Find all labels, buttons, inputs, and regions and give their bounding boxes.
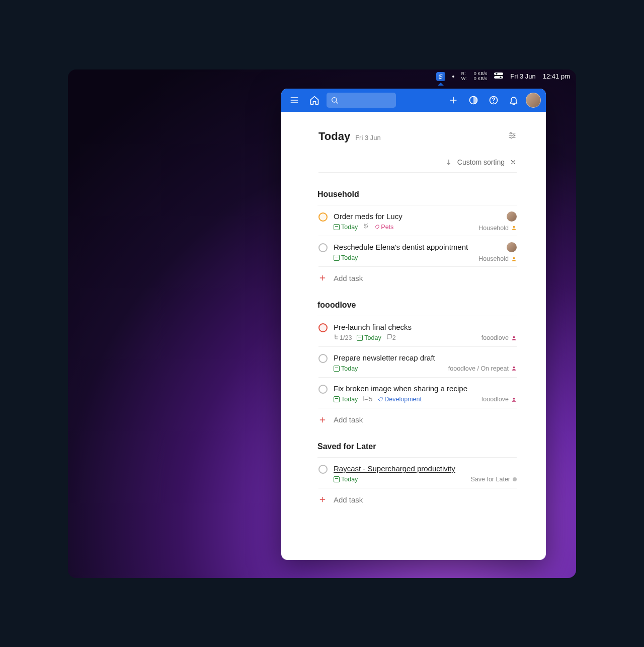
section-title[interactable]: Saved for Later (317, 442, 517, 458)
assignee-avatar[interactable] (507, 242, 517, 252)
network-speed-indicator: 0 KB/s 0 KB/s (474, 71, 488, 81)
menubar-time[interactable]: 12:41 pm (543, 73, 570, 80)
task-checkbox[interactable] (318, 243, 328, 252)
task-item[interactable]: Prepare newsletter recap draft Today foo… (318, 347, 517, 378)
assignee-avatar[interactable] (507, 211, 517, 222)
add-task-button[interactable]: Add task (318, 267, 517, 283)
sort-bar: Custom sorting (318, 158, 517, 173)
task-project[interactable]: fooodlove / On repeat (448, 365, 517, 372)
app-header (281, 89, 546, 112)
add-task-button[interactable]: Add task (318, 488, 517, 505)
desktop-wallpaper: R: W: 0 KB/s 0 KB/s Fri 3 Jun 12:41 pm (68, 69, 576, 578)
today-view: Today Fri 3 Jun Custom sorting Household… (281, 112, 546, 560)
svg-point-3 (500, 77, 502, 78)
task-title[interactable]: Raycast - Supercharged productivity (334, 464, 517, 474)
add-task-button[interactable]: Add task (318, 408, 517, 425)
menu-icon[interactable] (286, 92, 302, 108)
project-color-dot (513, 477, 517, 481)
task-item[interactable]: Reschedule Elena's dentist appointment T… (318, 236, 517, 267)
task-project[interactable]: Household (478, 225, 517, 232)
user-avatar[interactable] (526, 93, 541, 108)
todoist-panel: Today Fri 3 Jun Custom sorting Household… (281, 89, 546, 560)
tag-development[interactable]: Development (377, 396, 422, 403)
task-checkbox[interactable] (318, 212, 328, 222)
comments-count[interactable]: 5 (363, 395, 372, 403)
help-icon[interactable] (486, 92, 502, 108)
sort-label[interactable]: Custom sorting (457, 158, 505, 166)
svg-point-15 (513, 397, 515, 399)
svg-point-9 (511, 137, 512, 138)
macos-menubar: R: W: 0 KB/s 0 KB/s Fri 3 Jun 12:41 pm (430, 69, 576, 84)
search-input[interactable] (327, 93, 396, 108)
productivity-icon[interactable] (465, 92, 481, 108)
todoist-tray-icon[interactable] (436, 72, 445, 81)
add-task-icon[interactable] (445, 92, 461, 108)
tag-pets[interactable]: Pets (374, 224, 393, 231)
status-dot-icon (452, 76, 454, 78)
calendar-icon (334, 255, 340, 261)
view-date: Fri 3 Jun (355, 134, 381, 141)
svg-point-7 (510, 132, 512, 134)
disk-rw-indicator: R: W: (461, 71, 467, 81)
task-checkbox[interactable] (318, 323, 328, 332)
calendar-icon (334, 396, 340, 402)
svg-point-11 (513, 226, 515, 228)
svg-point-8 (513, 134, 515, 136)
task-item[interactable]: Raycast - Supercharged productivity Toda… (318, 458, 517, 488)
calendar-icon (334, 476, 340, 482)
task-project[interactable]: fooodlove (481, 396, 517, 403)
section-household: Household Order meds for Lucy Today Pets (318, 190, 517, 283)
reminder-icon (363, 223, 369, 231)
task-item[interactable]: Pre-launch final checks 1/23 Today 2 foo… (318, 316, 517, 347)
task-checkbox[interactable] (318, 385, 328, 394)
section-saved-for-later: Saved for Later Raycast - Supercharged p… (318, 442, 517, 505)
close-sort-icon[interactable] (510, 159, 517, 166)
section-title[interactable]: fooodlove (317, 301, 517, 316)
svg-rect-1 (494, 76, 503, 79)
task-project[interactable]: fooodlove (481, 334, 517, 341)
view-options-icon[interactable] (508, 131, 517, 142)
view-title: Today (318, 130, 350, 143)
task-project[interactable]: Household (478, 255, 517, 262)
task-title: Pre-launch final checks (334, 322, 517, 332)
task-project[interactable]: Save for Later (470, 476, 517, 483)
sort-arrow-icon (445, 159, 452, 166)
control-center-icon[interactable] (494, 73, 503, 80)
task-title: Prepare newsletter recap draft (334, 353, 517, 363)
svg-point-13 (513, 336, 515, 338)
svg-point-2 (496, 73, 498, 75)
section-title[interactable]: Household (317, 190, 517, 205)
notifications-icon[interactable] (506, 92, 522, 108)
calendar-icon (334, 366, 340, 372)
calendar-icon (334, 224, 340, 230)
task-item[interactable]: Order meds for Lucy Today Pets Household (318, 205, 517, 237)
menubar-date[interactable]: Fri 3 Jun (510, 73, 536, 80)
task-checkbox[interactable] (318, 354, 328, 363)
home-icon[interactable] (306, 92, 323, 108)
task-title: Fix broken image when sharing a recipe (334, 384, 517, 394)
task-item[interactable]: Fix broken image when sharing a recipe T… (318, 378, 517, 409)
subtask-count: 1/23 (334, 334, 352, 341)
svg-rect-0 (494, 73, 503, 75)
comments-count[interactable]: 2 (386, 334, 396, 341)
calendar-icon (357, 335, 363, 341)
svg-point-14 (513, 367, 515, 369)
section-fooodlove: fooodlove Pre-launch final checks 1/23 T… (318, 301, 517, 425)
task-checkbox[interactable] (318, 465, 328, 474)
svg-point-12 (513, 257, 515, 259)
